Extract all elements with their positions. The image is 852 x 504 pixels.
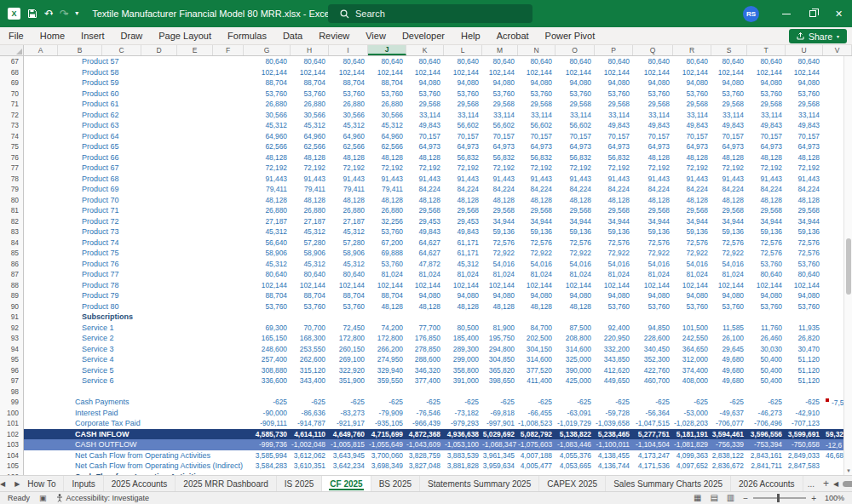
macro-record-icon[interactable]: ▣ <box>39 495 47 502</box>
cell-H73[interactable]: 45,312 <box>291 120 329 132</box>
cell-K104[interactable]: 3,828,759 <box>406 450 444 462</box>
cell-J105[interactable]: 3,698,349 <box>368 461 406 472</box>
cell-J69[interactable]: 88,704 <box>368 77 406 89</box>
cell-J102[interactable]: 4,715,699 <box>368 429 406 441</box>
cell-Q77[interactable]: 72,192 <box>633 163 673 175</box>
row-header-71[interactable]: 71 <box>0 99 24 111</box>
row-label-76[interactable]: Product 66 <box>58 152 244 164</box>
cell-T78[interactable]: 91,443 <box>747 174 786 186</box>
cell-O101[interactable]: -1,019,729 <box>556 418 595 430</box>
menu-data[interactable]: Data <box>283 31 302 41</box>
cell-R79[interactable]: 84,224 <box>673 184 711 196</box>
cell-O71[interactable]: 29,568 <box>556 99 595 111</box>
col-header-H[interactable]: H <box>291 45 329 55</box>
cell-P84[interactable]: 72,576 <box>595 238 633 249</box>
cell-U70[interactable]: 53,760 <box>786 89 823 100</box>
cell-T84[interactable]: 72,576 <box>747 238 786 249</box>
zoom-slider-track[interactable] <box>753 497 806 499</box>
cell-P80[interactable]: 48,128 <box>595 195 633 207</box>
cell-M82[interactable]: 34,944 <box>482 216 518 228</box>
row-label-70[interactable]: Product 60 <box>58 89 244 100</box>
cell-Q103[interactable]: -1,104,504 <box>633 439 673 451</box>
cell-S81[interactable]: 29,568 <box>711 205 747 217</box>
cell-I101[interactable]: -921,917 <box>329 418 368 430</box>
cell-H78[interactable]: 91,443 <box>291 174 329 186</box>
cell-T93[interactable]: 26,460 <box>747 333 786 345</box>
cell-J99[interactable]: -625 <box>368 397 406 409</box>
cell-U105[interactable]: 2,847,583 <box>786 461 823 472</box>
cell-N92[interactable]: 84,700 <box>518 323 556 335</box>
close-button[interactable]: ✕ <box>826 0 852 27</box>
row-label-105[interactable]: Net Cash Flow from Operating Activities … <box>58 461 244 472</box>
cell-P101[interactable]: -1,039,658 <box>595 418 633 430</box>
cell-T82[interactable]: 34,944 <box>747 216 786 228</box>
cell-I76[interactable]: 48,128 <box>329 152 368 164</box>
menu-file[interactable]: File <box>9 31 24 41</box>
cell-P79[interactable]: 84,224 <box>595 184 633 196</box>
cell-U93[interactable]: 26,820 <box>786 333 823 345</box>
cell-S83[interactable]: 59,136 <box>711 226 747 238</box>
cell-Q82[interactable]: 34,944 <box>633 216 673 228</box>
cell-O82[interactable]: 34,944 <box>556 216 595 228</box>
cell-G78[interactable]: 91,443 <box>244 174 291 186</box>
cell-L71[interactable]: 29,568 <box>444 99 482 111</box>
cell-Q83[interactable]: 59,136 <box>633 226 673 238</box>
cell-Q70[interactable]: 53,760 <box>633 89 673 100</box>
cell-H68[interactable]: 102,144 <box>291 67 329 79</box>
cell-H69[interactable]: 88,704 <box>291 77 329 89</box>
row-label-80[interactable]: Product 70 <box>58 195 244 207</box>
cell-S100[interactable]: -49,637 <box>711 408 747 420</box>
cell-J97[interactable]: 359,550 <box>368 375 406 387</box>
cell-S105[interactable]: 2,836,672 <box>711 461 747 472</box>
cell-G77[interactable]: 72,192 <box>244 163 291 175</box>
cell-L70[interactable]: 53,760 <box>444 89 482 100</box>
cell-Q96[interactable]: 422,760 <box>633 365 673 377</box>
cell-S95[interactable]: 49,680 <box>711 354 747 366</box>
cell-S86[interactable]: 54,016 <box>711 259 747 271</box>
cell-M88[interactable]: 102,144 <box>482 280 518 292</box>
cell-P90[interactable]: 53,760 <box>595 301 633 313</box>
cell-I90[interactable]: 53,760 <box>329 301 368 313</box>
row-label-77[interactable]: Product 67 <box>58 163 244 175</box>
row-header-68[interactable]: 68 <box>0 67 24 79</box>
cell-P83[interactable]: 59,136 <box>595 226 633 238</box>
cell-J72[interactable]: 30,566 <box>368 110 406 122</box>
row-header-100[interactable]: 100 <box>0 408 24 420</box>
sheet-tab-capex-2025[interactable]: CAPEX 2025 <box>539 476 606 491</box>
cell-K97[interactable]: 377,400 <box>406 375 444 387</box>
cell-T95[interactable]: 50,400 <box>747 354 786 366</box>
cell-U101[interactable]: -707,123 <box>786 418 823 430</box>
cell-J104[interactable]: 3,700,060 <box>368 450 406 462</box>
cell-I68[interactable]: 102,144 <box>329 67 368 79</box>
cell-Q92[interactable]: 94,850 <box>633 323 673 335</box>
cell-G90[interactable]: 53,760 <box>244 301 291 313</box>
sheet-tab-cf-2025[interactable]: CF 2025 <box>322 476 371 491</box>
cell-S73[interactable]: 49,843 <box>711 120 747 132</box>
zoom-out-icon[interactable]: − <box>743 494 748 503</box>
cell-U79[interactable]: 84,224 <box>786 184 823 196</box>
cell-O96[interactable]: 390,000 <box>556 365 595 377</box>
cell-U97[interactable]: 51,120 <box>786 375 823 387</box>
row-label-78[interactable]: Product 68 <box>58 174 244 186</box>
row-label-94[interactable]: Service 3 <box>58 344 244 356</box>
cell-I78[interactable]: 91,443 <box>329 174 368 186</box>
cell-J100[interactable]: -79,909 <box>368 408 406 420</box>
cell-G87[interactable]: 80,640 <box>244 269 291 281</box>
cell-L77[interactable]: 72,192 <box>444 163 482 175</box>
cell-L103[interactable]: -1,053,100 <box>444 439 482 451</box>
cell-S68[interactable]: 102,144 <box>711 67 747 79</box>
cell-Q68[interactable]: 102,144 <box>633 67 673 79</box>
cell-N73[interactable]: 56,602 <box>518 120 556 132</box>
cell-K87[interactable]: 81,024 <box>406 269 444 281</box>
cell-N67[interactable]: 80,640 <box>518 56 556 68</box>
cell-S72[interactable]: 33,114 <box>711 110 747 122</box>
cell-I79[interactable]: 79,411 <box>329 184 368 196</box>
col-header-U[interactable]: U <box>786 45 823 55</box>
cell-G99[interactable]: -625 <box>244 397 291 409</box>
cell-H90[interactable]: 53,760 <box>291 301 329 313</box>
cell-Q102[interactable]: 5,277,751 <box>633 429 673 441</box>
cell-I80[interactable]: 48,128 <box>329 195 368 207</box>
cell-T67[interactable]: 80,640 <box>747 56 786 68</box>
cell-R80[interactable]: 48,128 <box>673 195 711 207</box>
cell-J85[interactable]: 69,888 <box>368 248 406 260</box>
